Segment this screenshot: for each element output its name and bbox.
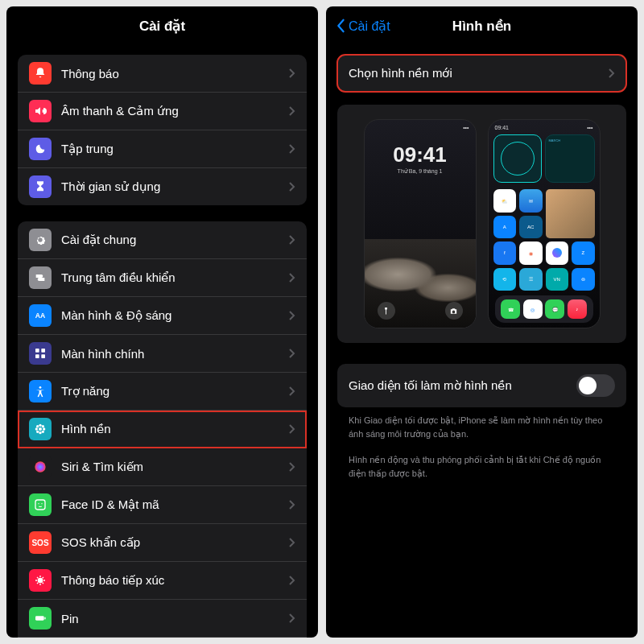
lock-time: 09:41: [365, 142, 476, 167]
app-icon: ✉: [519, 189, 543, 213]
status-bar: •••: [371, 125, 469, 130]
row-label: Tập trung: [61, 142, 289, 156]
settings-row-hourglass[interactable]: Thời gian sử dụng: [18, 168, 307, 205]
toggles-icon: [29, 266, 52, 289]
chevron-right-icon: [289, 500, 295, 510]
aa-icon: AA: [29, 304, 52, 327]
chevron-right-icon: [289, 538, 295, 547]
calendar-widget: MARCH: [545, 134, 595, 183]
chevron-right-icon: [289, 462, 295, 472]
lock-screen-preview[interactable]: ••• 09:41 Thứ Ba, 9 tháng 1: [364, 119, 477, 328]
choose-new-wallpaper-row[interactable]: Chọn hình nền mới: [337, 55, 626, 92]
wallpaper-content[interactable]: Chọn hình nền mới ••• 09:41 Thứ Ba, 9 th…: [326, 45, 638, 638]
settings-row-grid[interactable]: Màn hình chính: [18, 335, 307, 373]
row-label: SOS khẩn cấp: [61, 535, 289, 550]
toggle-label: Giao diện tối làm mờ hình nền: [349, 378, 512, 393]
dark-appearance-dims-row: Giao diện tối làm mờ hình nền: [337, 364, 626, 407]
row-label: Trung tâm điều khiển: [61, 270, 289, 285]
svg-point-7: [39, 424, 41, 427]
footnote-1: Khi Giao diện tối được bật, iPhone sẽ là…: [337, 414, 626, 453]
app-icon: f: [493, 242, 517, 265]
music-app-icon: ♪: [568, 299, 587, 319]
svg-rect-21: [44, 617, 45, 620]
svg-rect-3: [35, 354, 39, 358]
settings-row-flower[interactable]: Hình nền: [18, 411, 307, 448]
phone-app-icon: ☎: [501, 299, 520, 319]
settings-row-aa[interactable]: AAMàn hình & Độ sáng: [18, 297, 307, 335]
app-icon: ⟲: [493, 268, 517, 291]
page-title: Hình nền: [452, 18, 511, 35]
home-screen-preview[interactable]: 09:41••• MARCH ⛅ ✉ A AC f ◉ Z ⟲ ☰: [488, 119, 601, 328]
row-label: Thông báo: [61, 67, 289, 80]
chevron-right-icon: [289, 613, 295, 623]
settings-row-accessibility[interactable]: Trợ năng: [18, 373, 307, 411]
row-label: Âm thanh & Cảm ứng: [61, 104, 289, 118]
app-icon: AC: [519, 216, 543, 239]
home-app-grid: ⛅ ✉ A AC f ◉ Z ⟲ ☰ VN ⊚: [493, 189, 595, 291]
flashlight-button[interactable]: [378, 302, 395, 320]
lock-clock: 09:41 Thứ Ba, 9 tháng 1: [365, 142, 476, 175]
svg-point-8: [39, 431, 41, 434]
chevron-right-icon: [289, 144, 295, 154]
settings-row-sos[interactable]: SOSSOS khẩn cấp: [18, 524, 307, 562]
wallpaper-screen-right: Cài đặt Hình nền Chọn hình nền mới ••• 0…: [326, 6, 638, 638]
settings-row-gear[interactable]: Cài đặt chung: [18, 221, 307, 259]
chevron-right-icon: [289, 273, 295, 283]
svg-rect-1: [35, 349, 39, 353]
chevron-right-icon: [289, 349, 295, 358]
svg-point-18: [41, 503, 42, 504]
hourglass-icon: [29, 175, 52, 198]
back-label: Cài đặt: [349, 19, 390, 34]
accessibility-icon: [29, 380, 52, 402]
page-title: Cài đặt: [139, 18, 185, 35]
settings-row-bell[interactable]: Thông báo: [18, 55, 307, 93]
back-button[interactable]: Cài đặt: [336, 19, 390, 34]
app-icon: ☰: [519, 268, 543, 291]
chevron-right-icon: [289, 311, 295, 320]
messages-app-icon: 💬: [545, 299, 564, 319]
settings-row-faceid[interactable]: Face ID & Mật mã: [18, 486, 307, 524]
settings-row-toggles[interactable]: Trung tâm điều khiển: [18, 259, 307, 297]
flower-icon: [29, 418, 52, 440]
settings-row-moon[interactable]: Tập trung: [18, 130, 307, 168]
row-label: Hình nền: [61, 422, 289, 436]
moon-icon: [29, 138, 52, 160]
speaker-icon: [29, 100, 52, 122]
svg-point-17: [38, 503, 39, 504]
app-icon: ⛅: [493, 189, 517, 213]
footnote-2: Hình nền động và thu phóng phối cảnh bị …: [337, 453, 626, 493]
wallpaper-preview-container: ••• 09:41 Thứ Ba, 9 tháng 1 09:41••• MAR…: [337, 105, 626, 343]
settings-row-siri[interactable]: Siri & Tìm kiếm: [18, 448, 307, 486]
clock-widget: [493, 134, 542, 183]
svg-rect-4: [41, 354, 45, 358]
svg-rect-16: [35, 500, 45, 510]
settings-row-speaker[interactable]: Âm thanh & Cảm ứng: [18, 93, 307, 130]
svg-point-11: [36, 425, 39, 427]
choose-new-label: Chọn hình nền mới: [349, 66, 452, 80]
chevron-right-icon: [289, 235, 295, 245]
app-icon: Z: [572, 242, 595, 265]
settings-row-virus[interactable]: Thông báo tiếp xúc: [18, 562, 307, 600]
svg-rect-20: [35, 616, 44, 620]
app-icon: ◉: [519, 242, 543, 265]
bell-icon: [29, 62, 52, 85]
settings-group: Thông báoÂm thanh & Cảm ứngTập trungThời…: [18, 55, 307, 205]
row-label: Siri & Tìm kiếm: [61, 460, 289, 474]
svg-point-5: [39, 386, 42, 389]
svg-point-14: [42, 431, 44, 433]
settings-row-battery[interactable]: Pin: [18, 600, 307, 638]
dims-wallpaper-toggle[interactable]: [576, 374, 615, 397]
chevron-right-icon: [289, 182, 295, 192]
lock-date: Thứ Ba, 9 tháng 1: [365, 168, 476, 175]
chevron-left-icon: [336, 19, 345, 33]
safari-app-icon: ◎: [523, 299, 543, 319]
battery-icon: [29, 607, 52, 630]
settings-list[interactable]: Thông báoÂm thanh & Cảm ứngTập trungThời…: [6, 45, 318, 638]
svg-point-13: [36, 431, 39, 433]
photo-widget: [546, 189, 595, 238]
svg-point-15: [35, 461, 45, 472]
camera-button[interactable]: [445, 302, 463, 320]
row-label: Face ID & Mật mã: [61, 497, 289, 512]
sos-icon: SOS: [29, 531, 52, 554]
chevron-right-icon: [289, 576, 295, 585]
